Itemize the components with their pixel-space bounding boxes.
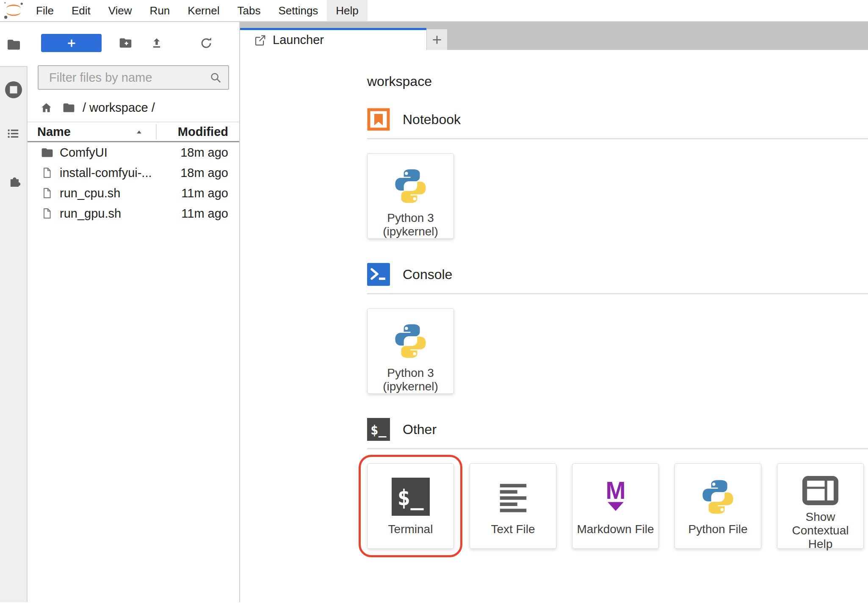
menu-view[interactable]: View (100, 0, 141, 21)
launcher-section-notebook: NotebookPython 3 (ipykernel) (367, 108, 868, 239)
markdown-icon: M (597, 478, 634, 515)
menu-run[interactable]: Run (141, 0, 179, 21)
svg-text:M: M (605, 478, 625, 504)
tab-bar: Launcher (240, 22, 868, 50)
python-icon (390, 166, 431, 207)
terminal-dark-icon: $_ (392, 478, 430, 516)
folder-icon (41, 146, 54, 159)
file-row-run-gpu-sh[interactable]: run_gpu.sh11m ago (28, 203, 239, 224)
activity-tab-running-kernels[interactable] (3, 80, 24, 100)
launcher-card-text-file[interactable]: Text File (470, 463, 556, 549)
file-modified: 18m ago (163, 146, 239, 160)
file-icon (41, 207, 53, 219)
home-icon[interactable] (40, 102, 53, 114)
refresh-button[interactable] (199, 36, 213, 50)
launcher-card-show-contextual-help[interactable]: Show Contextual Help (777, 463, 864, 549)
section-title: Console (403, 267, 452, 282)
new-launcher-button[interactable] (41, 34, 102, 52)
section-title: Notebook (403, 112, 461, 127)
card-label: Python 3 (ipykernel) (368, 211, 453, 238)
tab-launcher[interactable]: Launcher (240, 28, 426, 50)
file-row-comfyui[interactable]: ComfyUI18m ago (28, 142, 239, 163)
file-browser-panel: / workspace / Name Modified ComfyUI18m a… (28, 22, 240, 602)
file-listing: ComfyUI18m agoinstall-comfyui-...18m ago… (28, 142, 239, 224)
filter-files (38, 65, 229, 90)
python-icon (390, 321, 431, 362)
menu-help[interactable]: Help (327, 0, 367, 21)
extensions-icon (6, 171, 21, 187)
menu-kernel[interactable]: Kernel (179, 0, 228, 21)
upload-button[interactable] (150, 37, 163, 50)
launcher-section-console: ConsolePython 3 (ipykernel) (367, 263, 868, 394)
sort-ascending-icon (134, 127, 144, 137)
breadcrumb: / workspace / (40, 99, 239, 116)
file-icon (41, 167, 53, 179)
activity-tab-extensions[interactable] (6, 171, 21, 187)
file-name: install-comfyui-... (60, 166, 163, 180)
section-divider (367, 293, 868, 294)
file-icon (41, 187, 53, 199)
card-label: Python 3 (ipykernel) (368, 366, 453, 393)
file-browser-toolbar (28, 22, 239, 53)
console-section-icon (367, 263, 390, 286)
jupyter-logo-icon (0, 0, 27, 21)
folder-icon[interactable] (62, 101, 75, 114)
section-title: Other (403, 422, 437, 437)
activity-tab-file-browser[interactable] (6, 37, 21, 52)
menu-bar: FileEditViewRunKernelTabsSettingsHelp (0, 0, 868, 22)
notebook-section-icon (367, 108, 390, 131)
breadcrumb-path[interactable]: / workspace / (83, 101, 155, 115)
menu-edit[interactable]: Edit (63, 0, 100, 21)
column-header-modified[interactable]: Modified (157, 125, 239, 139)
card-label: Text File (488, 523, 537, 536)
search-icon (209, 71, 222, 86)
section-header: $_Other (367, 418, 868, 441)
file-row-install-comfyui-[interactable]: install-comfyui-...18m ago (28, 163, 239, 183)
menu-tabs[interactable]: Tabs (228, 0, 269, 21)
launcher-card-terminal[interactable]: $_Terminal (367, 463, 454, 549)
card-label: Terminal (386, 523, 436, 536)
launcher-panel: workspace NotebookPython 3 (ipykernel)Co… (240, 50, 868, 602)
card-label: Python File (686, 523, 750, 536)
section-header: Notebook (367, 108, 868, 131)
section-header: Console (367, 263, 868, 286)
file-name: run_gpu.sh (60, 207, 163, 221)
menu-file[interactable]: File (27, 0, 63, 21)
launcher-icon (254, 34, 266, 47)
activity-bar (0, 22, 28, 602)
listing-header: Name Modified (28, 122, 239, 142)
launcher-card-python-file[interactable]: Python File (674, 463, 761, 549)
filter-files-input[interactable] (38, 65, 229, 90)
launcher-card-python-3-ipykernel-[interactable]: Python 3 (ipykernel) (367, 308, 454, 394)
python-icon (697, 476, 738, 517)
running-kernels-icon (3, 80, 24, 100)
name-column-label: Name (37, 125, 71, 139)
tab-launcher-label: Launcher (273, 33, 324, 47)
column-header-name[interactable]: Name (28, 125, 156, 139)
launcher-card-python-3-ipykernel-[interactable]: Python 3 (ipykernel) (367, 153, 454, 239)
new-folder-button[interactable] (119, 36, 133, 50)
svg-text:$_: $_ (397, 485, 424, 510)
contextual-help-icon (802, 476, 839, 506)
file-name: ComfyUI (60, 146, 163, 160)
file-name: run_cpu.sh (60, 186, 163, 200)
menu: FileEditViewRunKernelTabsSettingsHelp (27, 0, 368, 21)
file-row-run-cpu-sh[interactable]: run_cpu.sh11m ago (28, 183, 239, 203)
main-area: Launcher workspace NotebookPython 3 (ipy… (240, 22, 868, 602)
text-file-icon (496, 479, 531, 514)
launcher-card-markdown-file[interactable]: MMarkdown File (572, 463, 659, 549)
new-tab-button[interactable] (427, 29, 447, 50)
card-label: Markdown File (574, 523, 656, 536)
table-of-contents-icon (7, 127, 20, 140)
file-modified: 11m ago (163, 207, 239, 221)
file-browser-icon (6, 37, 21, 52)
file-modified: 18m ago (163, 166, 239, 180)
other-section-icon: $_ (367, 418, 390, 441)
launcher-section-other: $_Other$_TerminalText FileMMarkdown File… (367, 418, 868, 549)
svg-text:$_: $_ (370, 422, 387, 437)
activity-tab-table-of-contents[interactable] (7, 127, 20, 140)
file-modified: 11m ago (163, 186, 239, 200)
section-divider (367, 138, 868, 139)
menu-settings[interactable]: Settings (269, 0, 327, 21)
launcher-cwd: workspace (367, 74, 868, 89)
